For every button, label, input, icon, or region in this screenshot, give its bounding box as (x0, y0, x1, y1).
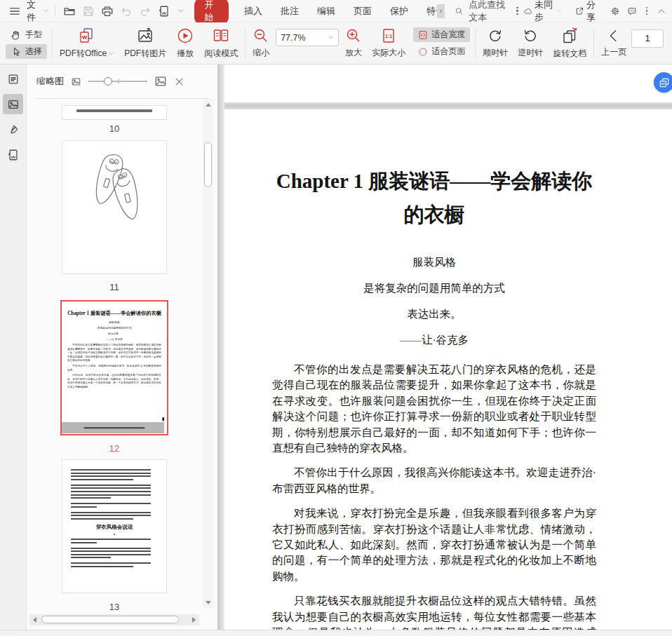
save-icon[interactable] (82, 5, 95, 18)
tab-page[interactable]: 页面 (352, 4, 373, 19)
thumbnail-label-13: 13 (27, 602, 202, 612)
document-view[interactable]: Chapter 1 服装谜语——学会解读你的衣橱 服装风格 是将复杂的问题用简单… (224, 65, 672, 630)
actual-size-button[interactable]: 1:1 实际大小 (367, 27, 410, 59)
pdf-to-image-label: PDF转图片 (124, 48, 166, 60)
search-icon (455, 5, 464, 18)
epigraph-attribution: ——让·谷克多 (272, 332, 596, 348)
epigraph-line: 表达出来。 (272, 306, 596, 322)
play-icon (176, 27, 194, 45)
hamburger-icon (8, 5, 21, 18)
read-mode-book-icon (212, 27, 230, 45)
thumbnail-image-icon (7, 98, 20, 111)
previous-page-button[interactable]: 上一页 (596, 28, 631, 58)
collapse-toolbar-icon[interactable] (657, 5, 666, 18)
actual-size-label: 实际大小 (372, 47, 405, 59)
fit-page-label: 适合页面 (431, 46, 465, 57)
share-icon (574, 5, 584, 18)
tab-protect[interactable]: 保护 (389, 4, 410, 19)
thumbnail-size-slider[interactable] (88, 76, 147, 86)
tab-overflow-button[interactable]: › (437, 4, 445, 18)
hand-tool-button[interactable]: 手型 (6, 27, 47, 42)
convert-panel-button[interactable] (3, 144, 23, 165)
chevron-down-icon[interactable] (177, 7, 184, 15)
thumbnail-page-13[interactable]: 穿衣风格会说话 (62, 459, 167, 593)
print-icon[interactable] (101, 5, 114, 18)
zoom-in-button[interactable]: 放大 (340, 27, 367, 59)
document-page-12[interactable]: Chapter 1 服装谜语——学会解读你的衣橱 服装风格 是将复杂的问题用简单… (224, 109, 672, 630)
find-text-button[interactable]: 点此查找文本 (455, 0, 520, 24)
read-mode-button[interactable]: 阅读模式 (199, 27, 243, 60)
find-text-placeholder: 点此查找文本 (469, 0, 509, 24)
thumbnail-label-12: 12 (27, 443, 202, 454)
divider (245, 29, 246, 58)
pdf-to-word-floating-button[interactable] (654, 72, 672, 93)
mini-page-footer (62, 422, 164, 433)
thumbnail-panel-button[interactable] (3, 94, 23, 114)
thumbnail-vertical-scrollbar[interactable] (203, 99, 213, 609)
thumbnail-page-10[interactable] (62, 105, 167, 120)
previous-page-label: 上一页 (601, 46, 626, 58)
zoom-out-button[interactable]: 缩小 (248, 27, 274, 59)
search-more-icon[interactable] (514, 7, 520, 15)
scroll-right-arrow[interactable] (192, 617, 196, 623)
rotate-document-button[interactable]: 旋转文档 (548, 27, 591, 60)
pdf-to-image-button[interactable]: PDF转图片 (119, 27, 171, 60)
select-tool-button[interactable]: 选择 (6, 44, 47, 59)
rotate-document-label: 旋转文档 (553, 48, 586, 60)
rotate-counterclockwise-button[interactable]: 逆时针 (513, 27, 548, 59)
chevron-down-icon (328, 34, 334, 41)
thumbnail-page-12-content: Chapter 1 服装谜语——学会解读你的衣橱 服装风格 是将复杂的问题用简单… (62, 302, 164, 434)
chevron-down-icon (108, 50, 114, 57)
outline-panel-button[interactable] (3, 69, 23, 89)
epigraph-line: 是将复杂的问题用简单的方式 (272, 280, 596, 296)
thumbnail-horizontal-scrollbar[interactable] (29, 614, 199, 625)
body-paragraph: 不管你出于什么原因，我很高兴你能读这本书。欢迎走进乔治·布雷西亚风格的世界。 (272, 465, 596, 496)
page-number-input[interactable] (631, 29, 664, 48)
fit-width-button[interactable]: 适合宽度 (413, 27, 470, 42)
more-options-icon[interactable] (644, 7, 650, 15)
tab-edit[interactable]: 编辑 (316, 4, 337, 19)
page-separator (224, 102, 672, 109)
panel-document-gap (217, 65, 224, 630)
play-button[interactable]: 播放 (171, 27, 199, 60)
tab-insert[interactable]: 插入 (243, 4, 264, 19)
rotate-counterclockwise-label: 逆时针 (518, 47, 543, 59)
rotate-clockwise-label: 顺时针 (483, 47, 508, 59)
pen-signature-icon (7, 123, 20, 136)
chevron-down-icon (557, 8, 562, 14)
zoom-level-value: 77.7% (281, 33, 328, 43)
feedback-comment-icon[interactable] (627, 5, 637, 18)
pdf-to-word-icon[interactable] (158, 5, 170, 18)
pdf-to-office-button[interactable]: PDF转Office (55, 27, 119, 60)
large-thumbnail-icon[interactable] (154, 75, 167, 88)
settings-gear-icon[interactable] (610, 5, 620, 18)
hamburger-menu-button[interactable] (6, 3, 24, 20)
rotate-clockwise-button[interactable]: 顺时针 (478, 27, 513, 59)
horizontal-scroll-thumb[interactable] (41, 616, 179, 623)
scroll-down-arrow[interactable] (206, 601, 211, 604)
undo-icon[interactable] (120, 5, 133, 18)
divider (55, 6, 55, 17)
redo-icon[interactable] (139, 5, 152, 18)
scroll-left-arrow[interactable] (33, 617, 36, 623)
fit-page-icon (418, 47, 428, 57)
chapter-heading: Chapter 1 服装谜语——学会解读你的衣橱 (272, 164, 596, 231)
chevron-down-icon (43, 7, 49, 15)
open-folder-icon[interactable] (63, 5, 76, 18)
scroll-up-arrow[interactable] (206, 103, 211, 107)
fit-page-button[interactable]: 适合页面 (413, 44, 470, 59)
pdf-to-image-icon (136, 27, 154, 45)
zoom-level-combobox[interactable]: 77.7% (276, 29, 339, 46)
vertical-scroll-thumb[interactable] (204, 142, 212, 187)
small-thumbnail-icon[interactable] (71, 76, 81, 87)
thumbnail-page-11[interactable] (62, 140, 167, 274)
thumbnail-label-10: 10 (27, 123, 202, 134)
thumbnail-page-12-selected[interactable]: Chapter 1 服装谜语——学会解读你的衣橱 服装风格 是将复杂的问题用简单… (60, 300, 168, 435)
slider-knob[interactable] (104, 77, 112, 86)
zoom-out-icon (253, 27, 269, 44)
close-panel-icon[interactable] (174, 76, 184, 87)
sign-panel-button[interactable] (3, 119, 23, 140)
tab-comment[interactable]: 批注 (279, 4, 300, 19)
body-paragraph: 只靠花钱买衣服就能提升衣橱品位这样的观点大错特错。虽然我认为想要自己的衣橱高效实… (272, 593, 596, 630)
body-paragraph: 对我来说，穿衣打扮完全是乐趣，但我亲眼看到很多客户为穿衣打扮而感到苦恼。穿衣打扮… (272, 506, 596, 584)
